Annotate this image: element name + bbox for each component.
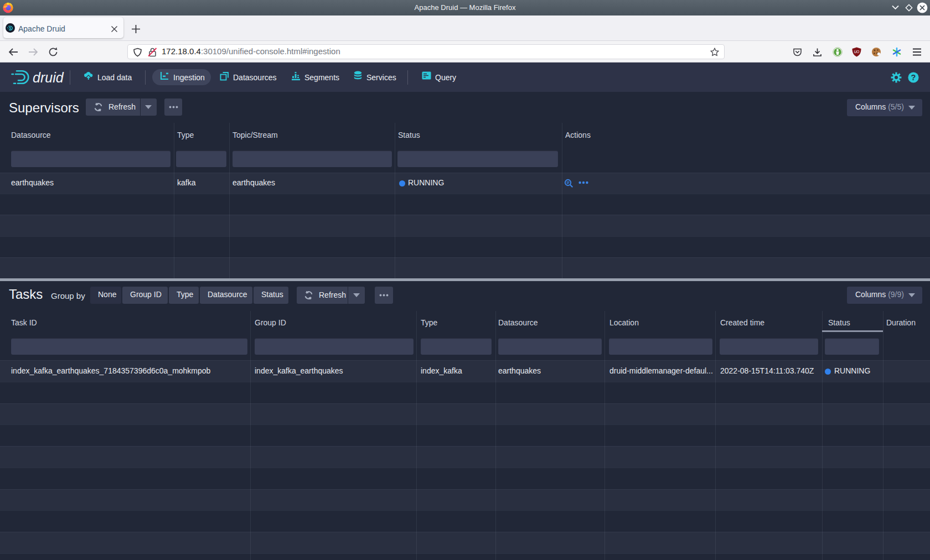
svg-text:UO: UO bbox=[854, 50, 860, 54]
svg-text:?: ? bbox=[911, 73, 916, 82]
